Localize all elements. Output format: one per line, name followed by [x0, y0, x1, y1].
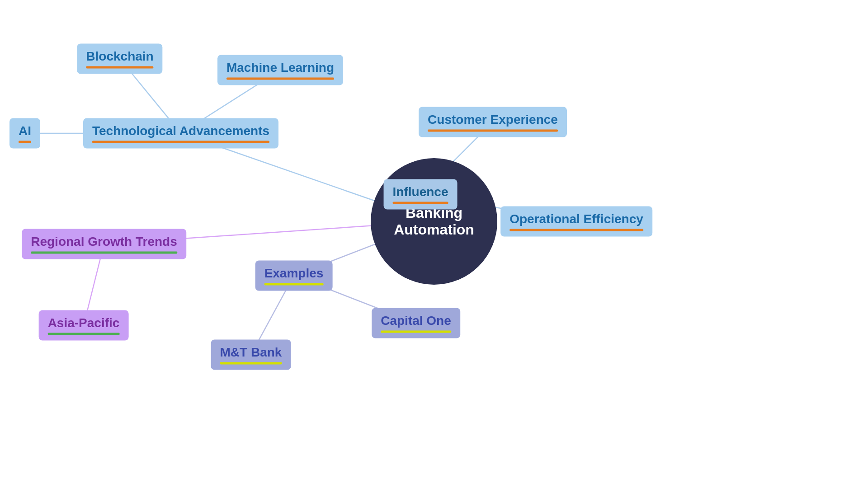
- blockchain-node[interactable]: Blockchain: [77, 44, 162, 74]
- machine-learning-label: Machine Learning: [226, 61, 334, 75]
- ai-node[interactable]: AI: [9, 118, 40, 149]
- center-node[interactable]: Banking Automation: [371, 158, 497, 285]
- examples-node[interactable]: Examples: [255, 261, 333, 291]
- capital-one-label: Capital One: [381, 314, 451, 328]
- asia-pacific-label: Asia-Pacific: [48, 316, 120, 330]
- operational-efficiency-label: Operational Efficiency: [509, 212, 643, 226]
- blockchain-label: Blockchain: [86, 49, 153, 63]
- tech-advancements-label: Technological Advancements: [92, 124, 269, 138]
- examples-label: Examples: [264, 266, 324, 280]
- influence-label: Influence: [393, 185, 448, 199]
- regional-growth-node[interactable]: Regional Growth Trends: [22, 229, 186, 259]
- regional-growth-label: Regional Growth Trends: [31, 235, 177, 249]
- machine-learning-node[interactable]: Machine Learning: [217, 55, 343, 85]
- customer-experience-node[interactable]: Customer Experience: [419, 107, 567, 137]
- capital-one-node[interactable]: Capital One: [372, 308, 460, 338]
- ai-label: AI: [19, 124, 31, 138]
- customer-experience-label: Customer Experience: [428, 113, 558, 127]
- influence-node[interactable]: Influence: [384, 179, 458, 210]
- tech-advancements-node[interactable]: Technological Advancements: [83, 118, 278, 149]
- mt-bank-node[interactable]: M&T Bank: [211, 340, 291, 370]
- mind-map: Banking Automation Blockchain Machine Le…: [0, 0, 868, 488]
- mt-bank-label: M&T Bank: [220, 345, 282, 359]
- center-label: Banking Automation: [371, 205, 497, 238]
- operational-efficiency-node[interactable]: Operational Efficiency: [500, 206, 652, 237]
- asia-pacific-node[interactable]: Asia-Pacific: [39, 310, 129, 341]
